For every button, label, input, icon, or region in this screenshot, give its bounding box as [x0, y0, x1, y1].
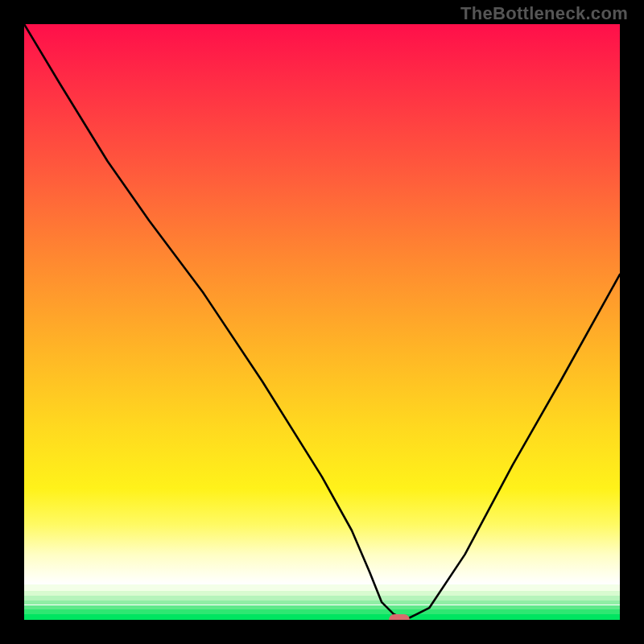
minimum-marker — [389, 614, 410, 620]
plot-area — [24, 24, 620, 620]
chart-frame: TheBottleneck.com — [0, 0, 644, 644]
watermark-text: TheBottleneck.com — [460, 3, 628, 24]
plot-inner — [24, 24, 620, 620]
curve-svg — [24, 24, 620, 620]
bottleneck-curve — [24, 24, 620, 620]
